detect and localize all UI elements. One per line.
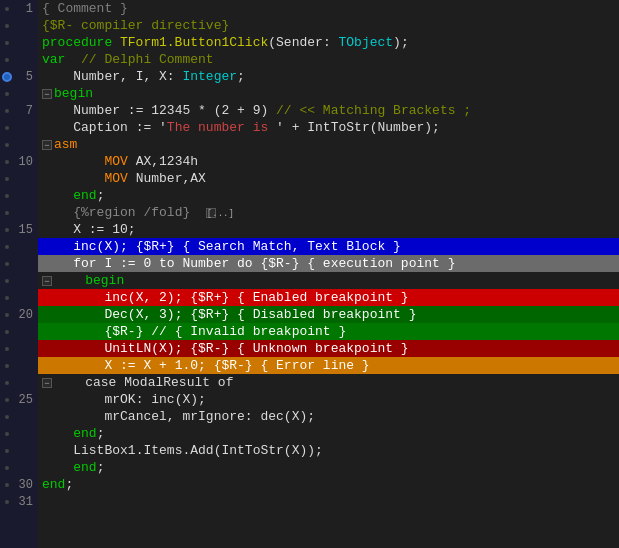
token [42,460,73,475]
line-number: 20 [19,308,33,322]
code-line: inc(X, 2); {$R+} { Enabled breakpoint } [38,289,619,306]
line-dot [5,177,9,181]
code-line: − begin [38,272,619,289]
gutter-line [0,17,38,34]
token [42,392,104,407]
line-dot [5,245,9,249]
code-line: −begin [38,85,619,102]
token [42,103,73,118]
line-dot [5,432,9,436]
token: X := 10; [73,222,135,237]
line-number: 25 [19,393,33,407]
gutter-line: 10 [0,153,38,170]
code-line: ListBox1.Items.Add(IntToStr(X)); [38,442,619,459]
token: for I := 0 to Number do {$R-} { executio… [73,256,455,271]
code-line: UnitLN(X); {$R-} { Unknown breakpoint } [38,340,619,357]
code-line: {$R- compiler directive} [38,17,619,34]
line-dot [5,160,9,164]
token [42,205,73,220]
gutter-line: 30 [0,476,38,493]
line-dot [5,466,9,470]
gutter-line: 1 [0,0,38,17]
token: {$R-} // { Invalid breakpoint } [104,324,346,339]
token [42,239,73,254]
code-line: MOV AX,1234h [38,153,619,170]
token: ; [97,426,105,441]
token: // << Matching Brackets ; [276,103,471,118]
token [42,307,104,322]
code-line [38,493,619,510]
token [42,188,73,203]
gutter-line [0,255,38,272]
gutter-line [0,323,38,340]
token: end [73,460,96,475]
token: AX,1234h [136,154,198,169]
code-line: X := 10; [38,221,619,238]
token [42,222,73,237]
line-dot [5,7,9,11]
token: ' + IntToStr(Number); [276,120,440,135]
line-dot [5,330,9,334]
token: ; [237,69,245,84]
gutter-line [0,340,38,357]
token: X := X + 1.0; {$R-} { Error line } [104,358,369,373]
token [42,324,104,339]
collapse-button[interactable]: − [42,89,52,99]
token [54,375,85,390]
token: procedure [42,35,120,50]
line-dot [5,58,9,62]
line-dot [5,109,9,113]
code-line: { Comment } [38,0,619,17]
token: ; [97,188,105,203]
token: Number,AX [136,171,206,186]
gutter-line [0,374,38,391]
gutter-line: 25 [0,391,38,408]
gutter-line: 20 [0,306,38,323]
token [42,69,73,84]
token: mrCancel, mrIgnore: dec(X); [104,409,315,424]
token: Number, I, X: [73,69,182,84]
line-dot [5,262,9,266]
token: {%region /fold} [73,205,190,220]
token: Dec(X, 3); {$R+} { Disabled breakpoint } [104,307,416,322]
token: mrOK: inc(X); [104,392,205,407]
token [42,154,104,169]
token: TObject [338,35,393,50]
line-dot [5,347,9,351]
gutter-line: 15 [0,221,38,238]
collapse-button[interactable]: − [42,140,52,150]
gutter-line [0,170,38,187]
code-line: MOV Number,AX [38,170,619,187]
token: UnitLN(X); {$R-} { Unknown breakpoint } [104,341,408,356]
gutter-line [0,272,38,289]
line-dot [5,228,9,232]
token: ; [65,477,73,492]
gutter-line [0,119,38,136]
line-dot [5,211,9,215]
token: Caption := ' [73,120,167,135]
token: case ModalResult of [85,375,233,390]
line-dot [5,296,9,300]
gutter-line [0,459,38,476]
line-number: 30 [19,478,33,492]
token: The number is [167,120,276,135]
gutter-line [0,408,38,425]
token: Integer [182,69,237,84]
gutter-line [0,204,38,221]
collapse-button[interactable]: [...] [206,208,216,218]
gutter-line [0,357,38,374]
collapse-button[interactable]: − [42,276,52,286]
code-line: inc(X); {$R+} { Search Match, Text Block… [38,238,619,255]
code-line: end; [38,425,619,442]
line-dot [5,24,9,28]
line-dot [5,398,9,402]
code-line: procedure TForm1.Button1Click(Sender: TO… [38,34,619,51]
token: end [73,426,96,441]
line-dot [5,143,9,147]
token [190,205,206,220]
code-area[interactable]: { Comment }{$R- compiler directive}proce… [38,0,619,548]
gutter-line: 7 [0,102,38,119]
collapse-button[interactable]: − [42,378,52,388]
code-line: Dec(X, 3); {$R+} { Disabled breakpoint } [38,306,619,323]
token [42,256,73,271]
